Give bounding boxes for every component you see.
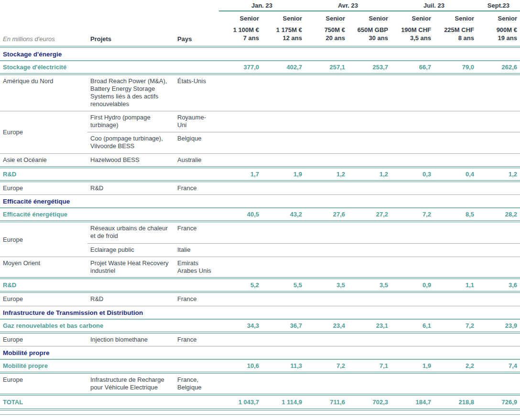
subtotal-row-stockage-electricite: Stockage d'électricité 377,0 402,7 257,1… (0, 61, 520, 75)
value-cell: 6,1 (391, 320, 434, 331)
total-value-cell: 726,9 (477, 397, 520, 408)
value-cell: 1,7 (219, 169, 262, 180)
detail-row-asie-oceanie: Asie et Océanie Hazelwood BESS Australie (0, 154, 520, 166)
seniority-col-4: Senior (348, 11, 391, 24)
country-cell: France (174, 334, 219, 346)
bottom-rule (0, 414, 520, 415)
date-group-avr23: Avr. 23 (305, 2, 391, 9)
allocation-table: Jan. 23 Avr. 23 Juil. 23 Sept.23 Senior … (0, 0, 520, 415)
country-cell: États-Unis (174, 75, 219, 111)
country-cell: France, Belgique (174, 374, 219, 394)
subtotal-row-mobilite-propre: Mobilité propre 10,6 11,3 7,2 7,1 1,9 2,… (0, 360, 520, 374)
project-cell: R&D (87, 182, 174, 194)
col-header-pays: Pays (174, 33, 219, 46)
country-text: États-Unis (177, 77, 206, 85)
project-cell: Hazelwood BESS (87, 154, 174, 166)
project-cell: Projet Waste Heat Recovery industriel (87, 257, 174, 278)
value-cell: 27,2 (348, 209, 391, 220)
seniority-col-6: Senior (434, 11, 477, 24)
project-cell: Coo (pompage turbinage), Vilvoorde BESS (87, 132, 174, 153)
seniority-row: Senior Senior Senior Senior Senior Senio… (0, 11, 520, 24)
tranche-amount: 900M € (480, 26, 517, 34)
value-cell: 262,6 (477, 62, 520, 73)
country-cell: Royaume-Uni (174, 111, 219, 132)
value-cell: 79,0 (434, 62, 477, 73)
total-value-cell: 218,8 (434, 397, 477, 408)
tranche-tenor: 8 ans (437, 34, 474, 43)
group-subrow: Coo (pompage turbinage), Vilvoorde BESS … (87, 132, 520, 153)
tranche-tenor: 19 ans (480, 34, 517, 43)
region-cell: Europe (0, 374, 87, 394)
tranche-tenor: 20 ans (308, 34, 345, 43)
value-cell: 1,9 (262, 169, 305, 180)
value-cell: 0,3 (391, 169, 434, 180)
tranche-amount: 750M € (308, 26, 345, 34)
value-cell: 1,2 (305, 169, 348, 180)
seniority-col-3: Senior (305, 11, 348, 24)
value-cell: 1,2 (348, 169, 391, 180)
group-subrows: First Hydro (pompage turbinage) Royaume-… (87, 111, 520, 153)
region-cell: Europe (0, 111, 87, 153)
country-text: Emirats Arabes Unis (177, 259, 214, 275)
value-cell: 11,3 (262, 360, 305, 371)
total-row: TOTAL 1 043,7 1 114,9 711,6 702,3 184,7 … (0, 394, 520, 410)
value-cell: 27,6 (305, 209, 348, 220)
detail-row-amerique-du-nord: Amérique du Nord Broad Reach Power (M&A)… (0, 75, 520, 111)
tranche-col-3: 750M €20 ans (305, 24, 348, 46)
project-cell: R&D (87, 293, 174, 305)
detail-row-moyen-orient: Moyen Orient Projet Waste Heat Recovery … (0, 257, 520, 278)
empty-values (219, 111, 520, 132)
group-subrow: Eclairage public Italie (87, 243, 520, 257)
detail-row-europe-rd-1: Europe R&D France (0, 182, 520, 195)
country-text: Australie (177, 156, 202, 164)
tranche-col-1: 1 100M €7 ans (219, 24, 262, 46)
subtotal-label: R&D (0, 279, 219, 291)
tranche-col-5: 190M CHF3,5 ans (391, 24, 434, 46)
value-cell: 5,5 (262, 280, 305, 291)
value-cell: 40,5 (219, 209, 262, 220)
column-header-row: En millions d'euros Projets Pays 1 100M … (0, 24, 520, 48)
value-cell: 1,2 (477, 169, 520, 180)
country-cell: Belgique (174, 132, 219, 153)
date-header-spacer (0, 1, 219, 11)
tranche-amount: 225M CHF (437, 26, 474, 34)
tranche-tenor: 3,5 ans (394, 34, 431, 43)
value-cell: 5,2 (219, 280, 262, 291)
value-cell: 253,7 (348, 62, 391, 73)
date-group-juil23: Juil. 23 (391, 2, 477, 9)
tranche-amount: 1 175M € (265, 26, 302, 34)
value-cell: 28,2 (477, 209, 520, 220)
date-group-sept23: Sept.23 (477, 2, 520, 9)
value-cell: 34,3 (219, 320, 262, 331)
subtotal-label: Stockage d'électricité (0, 61, 219, 73)
country-text: Royaume-Uni (177, 114, 214, 129)
seniority-col-7: Senior (477, 11, 520, 24)
region-cell: Amérique du Nord (0, 75, 87, 111)
project-cell: Injection biomethane (87, 334, 174, 346)
region-cell: Europe (0, 182, 87, 194)
empty-values (219, 244, 520, 257)
region-cell: Europe (0, 293, 87, 305)
total-label: TOTAL (0, 396, 219, 409)
tranche-tenor: 12 ans (265, 34, 302, 43)
country-cell: France (174, 293, 219, 305)
country-text: France (177, 336, 196, 344)
seniority-col-2: Senior (262, 11, 305, 24)
value-cell: 7,2 (391, 209, 434, 220)
total-value-cell: 1 043,7 (219, 397, 262, 408)
value-cell: 23,4 (305, 320, 348, 331)
tranche-amount: 1 100M € (222, 26, 259, 34)
value-cell: 66,7 (391, 62, 434, 73)
detail-row-injection-biomethane: Europe Injection biomethane France (0, 334, 520, 346)
value-cell: 7,2 (434, 320, 477, 331)
section-row-infrastructure: Infrastructure de Transmission et Distri… (0, 306, 520, 320)
value-cell: 402,7 (262, 62, 305, 73)
country-text: Italie (177, 246, 190, 254)
total-value-cell: 1 114,9 (262, 397, 305, 408)
subtotal-row-gaz-renouvelables: Gaz renouvelables et bas carbone 34,3 36… (0, 320, 520, 334)
tranche-col-6: 225M CHF8 ans (434, 24, 477, 46)
value-cell: 23,9 (477, 320, 520, 331)
group-subrow: First Hydro (pompage turbinage) Royaume-… (87, 111, 520, 132)
project-cell: First Hydro (pompage turbinage) (87, 111, 174, 132)
subtotal-row-efficacite-energetique: Efficacité énergétique 40,5 43,2 27,6 27… (0, 208, 520, 222)
